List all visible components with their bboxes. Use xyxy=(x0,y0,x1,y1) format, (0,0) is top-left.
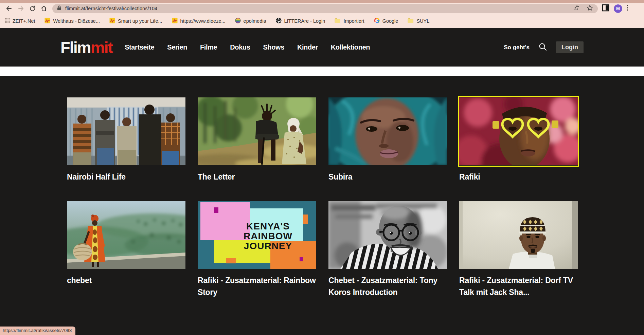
bookmarks-bar: ZEIT+.Net Welthaus - Diözese... Smart up… xyxy=(0,14,644,28)
ecg-wave-icon xyxy=(172,18,178,24)
rainbow-card-line1: KENYA'S xyxy=(246,221,290,231)
heart-glasses-portrait-art xyxy=(459,97,578,165)
bookmark-google[interactable]: Google xyxy=(374,18,398,24)
tile-title[interactable]: Nairobi Half Life xyxy=(67,171,185,183)
back-icon[interactable] xyxy=(3,4,15,13)
orange-dress-landscape-art xyxy=(67,201,185,269)
bookmark-star-icon[interactable] xyxy=(587,5,593,13)
bookmark-dioezese[interactable]: https://www.dioeze... xyxy=(172,18,226,24)
thumbnail-dorf-tv-talk[interactable] xyxy=(459,201,578,269)
tile-title[interactable]: Rafiki - Zusatzmaterial: Dorf TV Talk mi… xyxy=(459,275,578,298)
nav-item-kollektionen[interactable]: Kollektionen xyxy=(331,43,370,51)
folder-icon xyxy=(408,18,414,24)
nav-item-startseite[interactable]: Startseite xyxy=(125,43,154,51)
link-status-bar: https://flimmit.at/rafiki/assets/7098 xyxy=(0,327,75,335)
so-gehts-link[interactable]: So geht's xyxy=(504,44,530,51)
menu-dots-icon[interactable] xyxy=(627,5,628,12)
home-icon[interactable] xyxy=(38,4,50,13)
tile-the-letter[interactable]: The Letter xyxy=(198,97,316,201)
rainbow-card-line3: JOURNEY xyxy=(244,241,292,251)
search-icon[interactable] xyxy=(538,42,547,53)
nav-item-kinder[interactable]: Kinder xyxy=(297,43,318,51)
forward-icon[interactable] xyxy=(15,4,26,13)
bookmark-welthaus[interactable]: Welthaus - Diözese... xyxy=(44,18,100,24)
kufi-cap-webcam-portrait-art xyxy=(459,201,578,269)
thumbnail-tony-koros[interactable] xyxy=(328,201,447,269)
tile-title[interactable]: chebet xyxy=(67,275,185,286)
kenyas-rainbow-journey-card: KENYA'S RAINBOW JOURNEY xyxy=(198,201,316,269)
google-icon xyxy=(374,18,380,24)
tile-subira[interactable]: Subira xyxy=(328,97,447,201)
side-panel-icon[interactable] xyxy=(602,4,609,13)
thumbnail-subira[interactable] xyxy=(328,97,447,165)
browser-toolbar: flimmit.at/fernsicht-festival/collection… xyxy=(0,3,644,14)
tile-tony-koros[interactable]: Chebet - Zusatzmaterial: Tony Koros Intr… xyxy=(328,201,447,304)
address-bar[interactable]: flimmit.at/fernsicht-festival/collection… xyxy=(52,4,598,13)
striped-globe-icon xyxy=(235,18,241,24)
teal-headscarf-portrait-art xyxy=(328,97,447,165)
tile-title[interactable]: The Letter xyxy=(198,171,316,183)
bookmark-litterare[interactable]: LITTERAre - Login xyxy=(276,18,325,24)
main-nav: Startseite Serien Filme Dokus Shows Kind… xyxy=(125,43,370,51)
login-button[interactable]: Login xyxy=(556,41,584,53)
tile-title[interactable]: Rafiki xyxy=(459,171,578,183)
tile-title[interactable]: Subira xyxy=(328,171,447,183)
logo-text-red: mit xyxy=(91,38,113,56)
tile-title[interactable]: Rafiki - Zusatzmaterial: Rainbow Story xyxy=(198,275,316,298)
corridor-group-photo-art xyxy=(67,97,185,165)
reload-icon[interactable] xyxy=(26,4,38,13)
ecg-wave-icon xyxy=(44,18,50,24)
bookmark-smart-up[interactable]: Smart up your Life... xyxy=(109,18,162,24)
thumbnail-rainbow-story[interactable]: KENYA'S RAINBOW JOURNEY xyxy=(198,201,316,269)
nav-item-dokus[interactable]: Dokus xyxy=(230,43,250,51)
apps-grid-icon xyxy=(5,18,10,24)
bookmark-suyl[interactable]: SUYL xyxy=(408,18,429,24)
window-frame-strip xyxy=(0,0,644,3)
rural-scene-art xyxy=(198,97,316,165)
tile-rainbow-story[interactable]: KENYA'S RAINBOW JOURNEY Rafiki - Zusatzm… xyxy=(198,201,316,304)
tile-dorf-tv-talk[interactable]: Rafiki - Zusatzmaterial: Dorf TV Talk mi… xyxy=(459,201,578,304)
bw-portrait-art xyxy=(328,201,447,269)
profile-avatar[interactable]: M xyxy=(614,4,622,13)
ecg-wave-icon xyxy=(109,18,115,24)
nav-item-filme[interactable]: Filme xyxy=(200,43,217,51)
nav-item-shows[interactable]: Shows xyxy=(263,43,284,51)
tile-rafiki[interactable]: Rafiki xyxy=(459,97,578,201)
flimmit-logo[interactable]: Flimmit xyxy=(60,38,112,57)
folder-icon xyxy=(335,18,341,24)
lock-icon[interactable] xyxy=(57,5,61,12)
rainbow-card-line2: RAINBOW xyxy=(244,231,292,241)
bookmark-importiert[interactable]: Importiert xyxy=(335,18,364,24)
globe-icon xyxy=(276,18,282,24)
site-header: Flimmit Startseite Serien Filme Dokus Sh… xyxy=(0,28,644,67)
header-divider-band xyxy=(0,67,644,76)
tile-title[interactable]: Chebet - Zusatzmaterial: Tony Koros Intr… xyxy=(328,275,447,298)
bookmark-zeit-net[interactable]: ZEIT+.Net xyxy=(5,18,35,24)
tile-chebet[interactable]: chebet xyxy=(67,201,185,304)
thumbnail-chebet[interactable] xyxy=(67,201,185,269)
share-icon[interactable] xyxy=(573,5,580,12)
thumbnail-nairobi-half-life[interactable] xyxy=(67,97,185,165)
nav-item-serien[interactable]: Serien xyxy=(167,43,187,51)
thumbnail-the-letter[interactable] xyxy=(198,97,316,165)
bookmark-epolmedia[interactable]: epolmedia xyxy=(235,18,266,24)
tile-nairobi-half-life[interactable]: Nairobi Half Life xyxy=(67,97,185,201)
logo-text-white: Flim xyxy=(60,38,91,56)
collection-page: Nairobi Half Life xyxy=(0,76,644,335)
url-text[interactable]: flimmit.at/fernsicht-festival/collection… xyxy=(65,6,157,11)
thumbnail-rafiki[interactable] xyxy=(459,97,578,165)
collection-grid: Nairobi Half Life xyxy=(67,97,578,304)
